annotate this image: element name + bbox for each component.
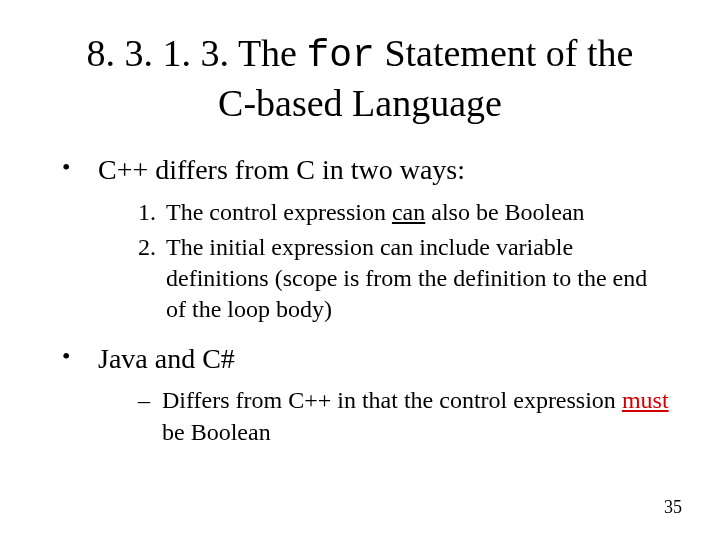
- dash1-post: be Boolean: [162, 419, 271, 445]
- numbered-list: The control expression can also be Boole…: [98, 197, 670, 326]
- dash1-pre: Differs from C++ in that the control exp…: [162, 387, 622, 413]
- page-number: 35: [664, 497, 682, 518]
- dash-item-1: Differs from C++ in that the control exp…: [138, 385, 670, 447]
- title-prefix: 8. 3. 1. 3. The: [87, 32, 307, 74]
- bullet-item-2: Java and C# Differs from C++ in that the…: [62, 340, 670, 448]
- slide-title: 8. 3. 1. 3. The for Statement of the C-b…: [70, 30, 650, 127]
- bullet-item-1: C++ differs from C in two ways: The cont…: [62, 151, 670, 326]
- numbered-item-1: The control expression can also be Boole…: [162, 197, 670, 228]
- num1-underline: can: [392, 199, 425, 225]
- num1-post: also be Boolean: [425, 199, 584, 225]
- numbered-item-2: The initial expression can include varia…: [162, 232, 670, 326]
- bullet-1-text: C++ differs from C in two ways:: [98, 154, 465, 185]
- dash-list: Differs from C++ in that the control exp…: [98, 385, 670, 447]
- num2-pre: The initial expression can include varia…: [166, 234, 647, 322]
- bullet-2-text: Java and C#: [98, 343, 235, 374]
- dash1-red: must: [622, 387, 669, 413]
- num1-pre: The control expression: [166, 199, 392, 225]
- bullet-list: C++ differs from C in two ways: The cont…: [62, 151, 670, 448]
- slide: 8. 3. 1. 3. The for Statement of the C-b…: [0, 0, 720, 540]
- title-code: for: [306, 34, 374, 77]
